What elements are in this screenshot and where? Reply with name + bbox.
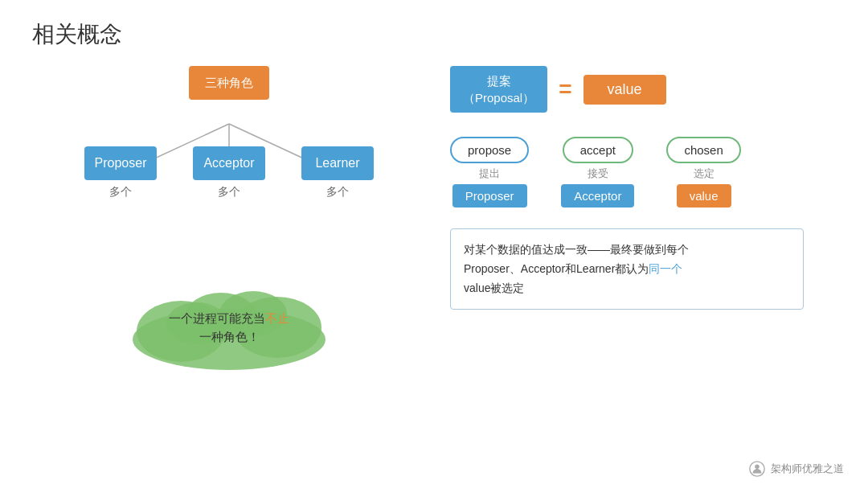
svg-point-10 [755,465,760,470]
cloud-text: 一个进程可能充当不止 一种角色！ [169,310,289,346]
desc-line2: Proposer、Acceptor和Learner都认为 [464,262,649,275]
child-learner: Learner 多个 [301,146,374,199]
proposal-row: 提案（Proposal） = value [450,66,844,113]
root-node: 三种角色 [189,66,269,100]
proposal-box: 提案（Proposal） [450,66,547,113]
actions-row: propose 提出 Proposer accept 接受 Acceptor c… [450,137,844,208]
desc-highlight: 同一个 [649,262,682,275]
action-propose: propose 提出 Proposer [450,137,529,208]
learner-node: Learner [301,146,374,180]
accept-oval: accept [563,137,633,163]
accept-label: 接受 [588,166,608,181]
tree-diagram: 三种角色 Proposer 多个 Acceptor 多个 Learner 多个 [84,66,374,275]
chosen-oval: chosen [666,137,740,163]
cloud-highlight: 不止 [265,311,289,325]
watermark-text: 架构师优雅之道 [771,462,844,476]
learner-sublabel: 多个 [326,185,349,199]
action-chosen: chosen 选定 value [666,137,740,208]
cloud-diagram: 一个进程可能充当不止 一种角色！ [117,283,342,372]
child-acceptor: Acceptor 多个 [193,146,265,199]
cloud-line1: 一个进程可能充当 [169,311,265,325]
value-box: value [583,75,666,105]
description-box: 对某个数据的值达成一致——最终要做到每个 Proposer、Acceptor和L… [450,228,804,310]
content-area: 三种角色 Proposer 多个 Acceptor 多个 Learner 多个 [0,58,868,489]
desc-line3: value被选定 [464,281,524,294]
proposal-label: 提案（Proposal） [463,74,534,105]
right-panel: 提案（Proposal） = value propose 提出 Proposer… [434,58,844,489]
tree-children: Proposer 多个 Acceptor 多个 Learner 多个 [84,146,374,199]
proposer-node: Proposer [84,146,157,180]
action-accept: accept 接受 Acceptor [561,137,634,208]
left-panel: 三种角色 Proposer 多个 Acceptor 多个 Learner 多个 [24,58,434,489]
acceptor-actor: Acceptor [561,184,634,208]
desc-line1: 对某个数据的值达成一致——最终要做到每个 [464,243,689,256]
acceptor-sublabel: 多个 [218,185,240,199]
proposer-actor: Proposer [452,184,527,208]
watermark-icon [748,460,766,478]
value-actor: value [677,184,731,208]
child-proposer: Proposer 多个 [84,146,157,199]
acceptor-node: Acceptor [193,146,265,180]
page-title: 相关概念 [0,0,868,58]
chosen-label: 选定 [694,166,714,181]
proposer-sublabel: 多个 [109,185,132,199]
equals-sign: = [559,76,571,102]
watermark: 架构师优雅之道 [748,460,844,478]
cloud-line2: 一种角色！ [199,329,260,343]
root-label: 三种角色 [189,66,269,100]
propose-label: 提出 [479,166,500,181]
propose-oval: propose [450,137,529,163]
